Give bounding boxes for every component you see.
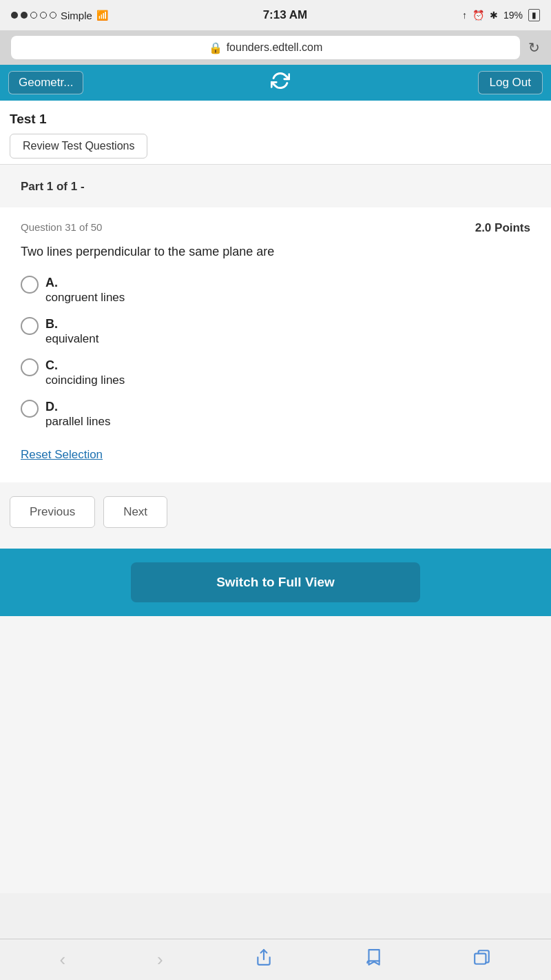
dot-3 bbox=[30, 12, 37, 19]
nav-buttons: Previous Next bbox=[0, 482, 551, 549]
radio-c[interactable] bbox=[21, 358, 39, 376]
top-nav: Geometr... Log Out bbox=[0, 65, 551, 101]
status-left: Simple 📶 bbox=[11, 10, 108, 21]
part-label: Part 1 of 1 - bbox=[0, 165, 551, 201]
bottom-bar: ‹ › bbox=[0, 939, 551, 980]
option-d-text: parallel lines bbox=[45, 415, 111, 429]
next-button[interactable]: Next bbox=[103, 496, 167, 528]
option-b-text: equivalent bbox=[45, 332, 99, 346]
full-view-bar: Switch to Full View bbox=[0, 549, 551, 616]
forward-icon[interactable]: › bbox=[157, 949, 163, 970]
option-d-letter: D. bbox=[45, 400, 111, 414]
refresh-button[interactable] bbox=[271, 71, 290, 94]
radio-b[interactable] bbox=[21, 317, 39, 335]
radio-d[interactable] bbox=[21, 400, 39, 418]
logout-button[interactable]: Log Out bbox=[478, 71, 543, 94]
geometry-tab[interactable]: Geometr... bbox=[8, 71, 83, 94]
bluetooth-icon: ✱ bbox=[490, 10, 498, 21]
question-text: Two lines perpendicular to the same plan… bbox=[21, 243, 530, 261]
reload-button[interactable]: ↻ bbox=[528, 39, 540, 56]
lock-icon: 🔒 bbox=[209, 41, 222, 54]
address-bar: 🔒 founders.edtell.com ↻ bbox=[0, 30, 551, 65]
dot-5 bbox=[50, 12, 56, 19]
carrier-label: Simple bbox=[61, 10, 92, 21]
question-header: Question 31 of 50 2.0 Points bbox=[21, 221, 530, 235]
dot-2 bbox=[21, 12, 28, 19]
dot-4 bbox=[40, 12, 47, 19]
question-number: Question 31 of 50 bbox=[21, 221, 102, 233]
previous-button[interactable]: Previous bbox=[10, 496, 95, 528]
option-c[interactable]: C. coinciding lines bbox=[21, 358, 530, 387]
test-title: Test 1 bbox=[10, 112, 541, 127]
status-bar: Simple 📶 7:13 AM ↑ ⏰ ✱ 19% ▮ bbox=[0, 0, 551, 30]
option-a[interactable]: A. congruent lines bbox=[21, 276, 530, 305]
url-bar[interactable]: 🔒 founders.edtell.com bbox=[11, 36, 520, 59]
option-c-letter: C. bbox=[45, 358, 125, 373]
option-d[interactable]: D. parallel lines bbox=[21, 400, 530, 429]
option-b-letter: B. bbox=[45, 317, 99, 331]
radio-a[interactable] bbox=[21, 276, 39, 294]
tabs-icon[interactable] bbox=[473, 948, 491, 971]
url-text: founders.edtell.com bbox=[227, 41, 323, 54]
switch-full-view-button[interactable]: Switch to Full View bbox=[131, 562, 420, 602]
question-container: Question 31 of 50 2.0 Points Two lines p… bbox=[0, 207, 551, 482]
option-a-text: congruent lines bbox=[45, 291, 125, 305]
option-c-text: coinciding lines bbox=[45, 374, 125, 387]
signal-dots bbox=[11, 12, 56, 19]
share-icon[interactable] bbox=[255, 948, 273, 971]
test-title-bar: Test 1 Review Test Questions bbox=[0, 101, 551, 164]
reset-selection-link[interactable]: Reset Selection bbox=[21, 448, 103, 462]
location-icon: ↑ bbox=[462, 10, 467, 21]
bookmarks-icon[interactable] bbox=[364, 948, 382, 971]
main-content: Test 1 Review Test Questions Part 1 of 1… bbox=[0, 101, 551, 893]
battery-icon: ▮ bbox=[528, 9, 540, 21]
status-time: 7:13 AM bbox=[263, 8, 308, 22]
battery-label: 19% bbox=[503, 10, 523, 21]
back-icon[interactable]: ‹ bbox=[59, 949, 65, 970]
option-b[interactable]: B. equivalent bbox=[21, 317, 530, 346]
wifi-icon: 📶 bbox=[96, 10, 108, 21]
alarm-icon: ⏰ bbox=[472, 10, 484, 21]
question-points: 2.0 Points bbox=[475, 221, 530, 235]
svg-rect-1 bbox=[475, 954, 486, 964]
review-test-button[interactable]: Review Test Questions bbox=[10, 134, 147, 159]
status-right: ↑ ⏰ ✱ 19% ▮ bbox=[462, 9, 540, 21]
option-a-letter: A. bbox=[45, 276, 125, 290]
dot-1 bbox=[11, 12, 18, 19]
